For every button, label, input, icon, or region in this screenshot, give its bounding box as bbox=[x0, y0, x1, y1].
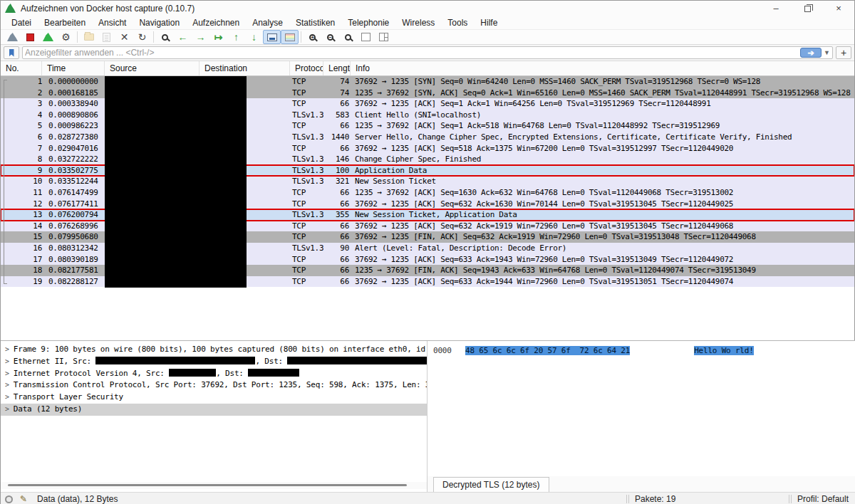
status-bar: ✎ Data (data), 12 Bytes Pakete: 19 Profi… bbox=[1, 492, 855, 504]
menu-bar: DateiBearbeitenAnsichtNavigationAufzeich… bbox=[1, 16, 854, 29]
cell-time: 0.080312342 bbox=[42, 243, 105, 254]
colorize-packets-button[interactable] bbox=[281, 30, 299, 44]
menu-hilfe[interactable]: Hilfe bbox=[474, 16, 504, 29]
cell-time: 0.082177581 bbox=[42, 265, 105, 276]
restore-button[interactable] bbox=[792, 1, 823, 16]
restart-capture-button[interactable] bbox=[39, 30, 57, 44]
expander-icon[interactable]: > bbox=[5, 369, 9, 377]
detail-line-3[interactable]: >Internet Protocol Version 4, Src: , Dst… bbox=[1, 368, 427, 380]
menu-aufzeichnen[interactable]: Aufzeichnen bbox=[186, 16, 246, 29]
reload-file-button[interactable]: ↻ bbox=[133, 30, 151, 44]
cell-time: 0.000986223 bbox=[42, 120, 105, 132]
expander-icon[interactable]: > bbox=[5, 393, 9, 401]
save-file-icon bbox=[103, 33, 110, 42]
minimize-button[interactable]: – bbox=[760, 1, 792, 16]
expander-icon[interactable]: > bbox=[5, 405, 9, 413]
close-button[interactable]: × bbox=[823, 1, 854, 16]
hex-view[interactable]: 0000 48 65 6c 6c 6f 20 57 6f 72 6c 64 21… bbox=[428, 341, 855, 476]
open-file-button[interactable] bbox=[80, 30, 98, 44]
packet-list: 10.000000000TCP7437692 → 1235 [SYN] Seq=… bbox=[1, 76, 854, 341]
detail-line-2[interactable]: >Ethernet II, Src: , Dst: bbox=[1, 356, 427, 368]
details-hscrollbar[interactable] bbox=[1, 482, 427, 489]
expander-icon[interactable]: > bbox=[5, 345, 9, 353]
column-header-destination[interactable]: Destination bbox=[200, 61, 290, 75]
cell-info: Server Hello, Change Cipher Spec, Encryp… bbox=[351, 132, 854, 143]
menu-bearbeiten[interactable]: Bearbeiten bbox=[38, 16, 92, 29]
restart-capture-icon bbox=[43, 33, 53, 41]
layout-panes-button[interactable] bbox=[375, 30, 393, 44]
detail-line-5[interactable]: >Transport Layer Security bbox=[1, 392, 427, 404]
filter-dropdown-caret-icon[interactable]: ▼ bbox=[824, 49, 830, 56]
filter-input-wrap: ➔ ▼ bbox=[22, 46, 833, 59]
profile-label[interactable]: Profil: Default bbox=[797, 494, 849, 504]
cell-no: 17 bbox=[8, 254, 42, 266]
zoom-in-button[interactable]: + bbox=[304, 30, 321, 44]
cell-no: 15 bbox=[8, 231, 42, 243]
zoom-out-button[interactable]: − bbox=[321, 30, 339, 44]
find-packet-button[interactable] bbox=[156, 30, 174, 44]
menu-wireless[interactable]: Wireless bbox=[395, 16, 441, 29]
auto-scroll-button[interactable] bbox=[263, 30, 281, 44]
menu-telephonie[interactable]: Telephonie bbox=[341, 16, 395, 29]
column-header-time[interactable]: Time bbox=[42, 61, 105, 75]
cell-proto: TLSv1.3 bbox=[290, 110, 323, 121]
expander-icon[interactable]: > bbox=[5, 357, 9, 365]
cell-len: 355 bbox=[323, 209, 351, 221]
packet-count: Pakete: 19 bbox=[635, 494, 675, 504]
cell-len: 66 bbox=[323, 143, 351, 154]
menu-ansicht[interactable]: Ansicht bbox=[92, 16, 133, 29]
cell-time: 0.076268996 bbox=[42, 221, 105, 232]
hex-ascii-selected: Hello Wo rld! bbox=[694, 346, 754, 355]
column-header-info[interactable]: Info bbox=[351, 61, 854, 75]
filter-bookmark-button[interactable] bbox=[4, 46, 19, 59]
column-header-source[interactable]: Source bbox=[105, 61, 200, 75]
status-separator bbox=[626, 495, 627, 503]
go-first-packet-button[interactable]: ↑ bbox=[227, 30, 245, 44]
detail-line-6[interactable]: >Data (12 bytes) bbox=[1, 404, 427, 416]
add-filter-button[interactable]: + bbox=[836, 46, 851, 59]
display-filter-input[interactable] bbox=[25, 48, 800, 58]
cell-info: 37692 → 1235 [ACK] Seq=518 Ack=1375 Win=… bbox=[351, 143, 854, 154]
menu-statistiken[interactable]: Statistiken bbox=[289, 16, 341, 29]
column-header-lengtl[interactable]: Lengtl bbox=[323, 61, 351, 75]
wireshark-logo-icon bbox=[5, 4, 16, 13]
stop-capture-button[interactable] bbox=[21, 30, 39, 44]
resize-columns-button[interactable] bbox=[357, 30, 375, 44]
menu-datei[interactable]: Datei bbox=[5, 16, 38, 29]
title-bar: Aufzeichnen von Docker host capture (0.1… bbox=[1, 1, 854, 16]
go-forward-button[interactable]: → bbox=[192, 30, 209, 44]
go-last-packet-icon: ↓ bbox=[252, 31, 256, 43]
column-header-protocol[interactable]: Protocol bbox=[290, 61, 323, 75]
cell-time: 0.029047016 bbox=[42, 143, 105, 154]
packet-bytes-pane: 0000 48 65 6c 6c 6f 20 57 6f 72 6c 64 21… bbox=[428, 341, 855, 492]
cell-info: Application Data bbox=[351, 165, 854, 177]
cell-no: 4 bbox=[8, 110, 42, 121]
open-file-icon bbox=[84, 33, 94, 41]
stop-capture-icon bbox=[26, 33, 34, 41]
capture-file-properties-icon[interactable]: ✎ bbox=[20, 494, 27, 504]
column-header-no[interactable]: No. bbox=[1, 61, 42, 75]
packet-details-pane: >Frame 9: 100 bytes on wire (800 bits), … bbox=[1, 341, 428, 492]
start-capture-button[interactable] bbox=[4, 30, 21, 44]
close-file-button[interactable]: ✕ bbox=[115, 30, 133, 44]
menu-analyse[interactable]: Analyse bbox=[246, 16, 289, 29]
filter-bar: ➔ ▼ + bbox=[1, 45, 854, 61]
menu-navigation[interactable]: Navigation bbox=[133, 16, 186, 29]
capture-options-button[interactable]: ⚙ bbox=[57, 30, 75, 44]
go-back-button[interactable]: ← bbox=[174, 30, 192, 44]
cell-proto: TCP bbox=[290, 276, 323, 288]
zoom-original-button[interactable] bbox=[339, 30, 357, 44]
detail-line-1[interactable]: >Frame 9: 100 bytes on wire (800 bits), … bbox=[1, 344, 427, 356]
cell-len: 66 bbox=[323, 231, 351, 243]
save-file-button[interactable] bbox=[98, 30, 115, 44]
expander-icon[interactable]: > bbox=[5, 381, 9, 389]
apply-filter-button[interactable]: ➔ bbox=[800, 48, 822, 58]
go-to-packet-button[interactable]: ↦ bbox=[209, 30, 227, 44]
expert-info-icon[interactable] bbox=[5, 495, 13, 503]
cell-no: 16 bbox=[8, 243, 42, 254]
go-to-packet-icon: ↦ bbox=[214, 31, 223, 43]
menu-tools[interactable]: Tools bbox=[441, 16, 474, 29]
go-last-packet-button[interactable]: ↓ bbox=[245, 30, 263, 44]
detail-line-4[interactable]: >Transmission Control Protocol, Src Port… bbox=[1, 379, 427, 392]
decrypted-tls-tab[interactable]: Decrypted TLS (12 bytes) bbox=[433, 477, 549, 492]
